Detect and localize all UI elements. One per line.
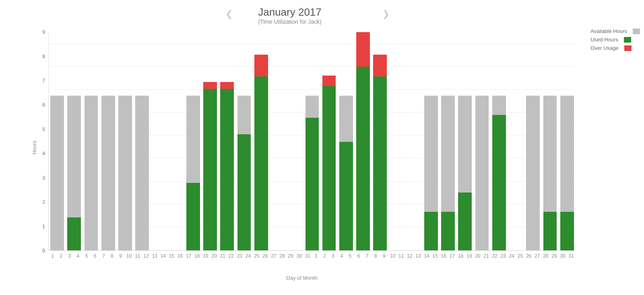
x-axis-title: Day of Month — [286, 275, 317, 281]
bars-container — [49, 32, 576, 250]
bar-available — [101, 96, 115, 250]
day-slot — [423, 32, 440, 250]
bar-group — [543, 67, 557, 250]
day-slot — [508, 32, 524, 250]
x-tick-label: 4 — [337, 251, 346, 263]
day-slot — [270, 32, 287, 250]
x-tick-label: 12 — [142, 251, 150, 263]
x-tick-label: 16 — [440, 251, 448, 263]
legend-available-label: Available Hours — [590, 28, 627, 34]
bar-used — [67, 217, 81, 250]
x-tick-label: 6 — [91, 251, 99, 263]
x-tick-label: 2 — [57, 251, 65, 263]
bar-available — [458, 96, 472, 193]
bar-used — [560, 212, 574, 250]
bar-available — [475, 96, 489, 250]
bar-group — [67, 67, 81, 250]
bar-group — [526, 67, 540, 250]
bar-over — [373, 55, 387, 76]
bar-used — [220, 89, 234, 250]
x-tick-label: 22 — [491, 251, 499, 263]
x-tick-label: 26 — [261, 251, 269, 263]
x-tick-label: 19 — [201, 251, 210, 263]
bar-used — [543, 212, 557, 250]
bar-used — [492, 115, 506, 250]
bar-group — [305, 67, 319, 250]
x-tick-label: 20 — [473, 251, 482, 263]
bar-over — [203, 82, 217, 89]
x-tick-label: 26 — [524, 251, 533, 263]
day-slot — [83, 32, 99, 250]
x-tick-label: 28 — [541, 251, 550, 263]
bar-group — [373, 44, 387, 250]
x-tick-label: 31 — [567, 251, 576, 263]
y-tick-label: 8 — [42, 54, 45, 59]
bar-available — [50, 96, 64, 250]
x-tick-label: 11 — [133, 251, 142, 263]
x-tick-label: 28 — [278, 251, 286, 263]
x-tick-label: 27 — [269, 251, 278, 263]
x-tick-label: 21 — [482, 251, 490, 263]
x-tick-label: 29 — [550, 251, 558, 263]
day-slot — [287, 32, 303, 250]
day-slot — [185, 32, 202, 250]
bar-available — [441, 96, 455, 212]
x-tick-label: 25 — [516, 251, 524, 263]
day-slot — [253, 32, 270, 250]
bar-over — [356, 32, 370, 67]
day-slot — [406, 32, 423, 250]
day-slot — [219, 32, 235, 250]
x-tick-label: 3 — [65, 251, 74, 263]
y-tick-label: 0 — [42, 248, 45, 254]
x-tick-label: 19 — [465, 251, 473, 263]
x-tick-label: 16 — [176, 251, 184, 263]
bar-used — [186, 183, 200, 250]
bar-used — [424, 212, 438, 250]
bar-used — [339, 142, 353, 250]
x-axis: 1234567891011121314151617181920212223242… — [48, 251, 576, 263]
bar-available — [85, 96, 98, 250]
bar-group — [237, 67, 251, 250]
bar-group — [441, 67, 455, 250]
bar-group — [322, 55, 336, 250]
x-tick-label: 13 — [414, 251, 422, 263]
day-slot — [456, 32, 473, 250]
bar-group — [101, 67, 115, 250]
chart-legend: Available Hours Used Hours Over Usage — [590, 28, 640, 53]
day-slot — [338, 32, 355, 250]
legend-available: Available Hours — [590, 28, 640, 34]
bar-over — [254, 55, 268, 76]
day-slot — [49, 32, 66, 250]
bar-available — [67, 96, 81, 217]
x-tick-label: 1 — [312, 251, 320, 263]
x-tick-label: 11 — [397, 251, 405, 263]
legend-over-swatch — [624, 45, 632, 51]
day-slot — [559, 32, 576, 250]
chart-title: January 2017 (Time Utilization for Jack) — [0, 6, 580, 25]
x-tick-label: 30 — [559, 251, 567, 263]
bar-group — [475, 67, 489, 250]
bar-used — [356, 67, 370, 250]
y-tick-label: 7 — [42, 78, 45, 84]
day-slot — [134, 32, 151, 250]
next-month-button[interactable]: ❯ — [382, 9, 390, 19]
y-tick-label: 9 — [42, 29, 45, 35]
x-tick-label: 15 — [431, 251, 440, 263]
prev-month-button[interactable]: ❮ — [225, 9, 233, 19]
day-slot — [473, 32, 490, 250]
bar-available — [237, 96, 251, 134]
x-tick-label: 9 — [116, 251, 125, 263]
day-slot — [491, 32, 508, 250]
x-tick-label: 22 — [227, 251, 235, 263]
legend-over-label: Over Usage — [590, 45, 618, 51]
y-axis: 01234567890123456789 — [28, 32, 48, 263]
day-slot — [168, 32, 185, 250]
bar-available — [118, 96, 132, 250]
x-tick-label: 12 — [405, 251, 414, 263]
day-slot — [372, 32, 388, 250]
bar-available — [492, 96, 506, 115]
day-slot — [388, 32, 405, 250]
x-tick-label: 1 — [48, 251, 57, 263]
bar-available — [424, 96, 438, 212]
bar-used — [254, 76, 268, 250]
